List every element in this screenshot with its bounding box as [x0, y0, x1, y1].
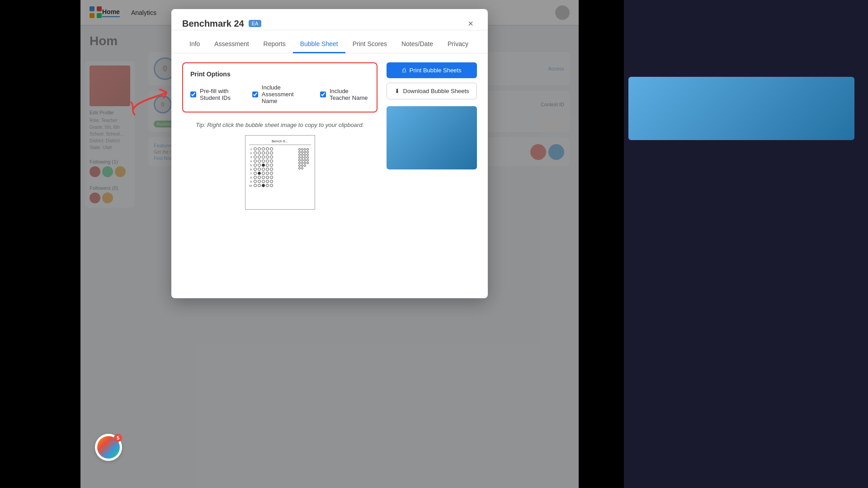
bubble-sheet-header: Bench 6...: [249, 139, 311, 145]
bubble-sheet-preview[interactable]: Bench 6... 1.: [182, 135, 377, 210]
id-row-1: [298, 148, 311, 150]
bubble-sheet-content: 1. 2.: [249, 147, 311, 188]
checkbox-assessment-name: Include Assessment Name: [252, 84, 309, 104]
assessment-name-label: Include Assessment Name: [262, 84, 309, 104]
modal-header: Benchmark 24 EA ×: [171, 9, 488, 30]
download-bubble-sheets-button[interactable]: ⬇ Download Bubble Sheets: [387, 83, 477, 99]
modal-close-button[interactable]: ×: [464, 17, 477, 30]
notif-inner-icon: 5: [97, 436, 120, 459]
prefill-label: Pre-fill with Student IDs: [200, 88, 241, 101]
prefill-checkbox[interactable]: [190, 91, 196, 98]
print-options-title: Print Options: [190, 70, 369, 78]
bubble-questions-col: 1. 2.: [249, 147, 297, 188]
tab-bubble-sheet[interactable]: Bubble Sheet: [293, 36, 345, 53]
bubble-id-grid: [298, 147, 311, 188]
tip-text: Tip: Right click the bubble sheet image …: [182, 122, 377, 128]
bubble-row-10: 10.: [249, 184, 297, 187]
checkbox-teacher-name: Include Teacher Name: [320, 88, 369, 101]
print-button-label: Print Bubble Sheets: [410, 67, 462, 74]
annotation-arrow: [123, 80, 182, 117]
tab-print-scores[interactable]: Print Scores: [345, 36, 394, 53]
bubble-row-1: 1.: [249, 147, 297, 150]
modal-left-content: Print Options Pre-fill with Student IDs …: [182, 62, 377, 210]
print-bubble-sheets-button[interactable]: ⎙ Print Bubble Sheets: [387, 62, 477, 78]
modal-title: Benchmark 24 EA: [182, 19, 261, 29]
bubble-row-4: 4.: [249, 160, 297, 163]
teacher-name-checkbox[interactable]: [320, 91, 326, 98]
bubble-row-7: 7.: [249, 172, 297, 175]
bubble-row-9: 9.: [249, 180, 297, 183]
tab-assessment[interactable]: Assessment: [207, 36, 256, 53]
tab-reports[interactable]: Reports: [256, 36, 293, 53]
tab-notes-date[interactable]: Notes/Date: [394, 36, 440, 53]
printer-icon: ⎙: [402, 67, 406, 74]
assessment-name-checkbox[interactable]: [252, 91, 258, 98]
print-options-container: Print Options Pre-fill with Student IDs …: [182, 62, 377, 113]
benchmark-modal: Benchmark 24 EA × Info Assessment Report…: [171, 9, 488, 298]
bubble-sheet-image[interactable]: Bench 6... 1.: [245, 135, 315, 210]
download-icon: ⬇: [395, 88, 400, 94]
modal-body: Print Options Pre-fill with Student IDs …: [171, 53, 488, 219]
modal-overlay: Benchmark 24 EA × Info Assessment Report…: [80, 0, 579, 488]
bubble-row-3: 3.: [249, 155, 297, 159]
checkbox-prefill: Pre-fill with Student IDs: [190, 88, 241, 101]
notification-count: 5: [114, 434, 122, 442]
tab-info[interactable]: Info: [182, 36, 207, 53]
tab-privacy[interactable]: Privacy: [440, 36, 476, 53]
print-options-box: Print Options Pre-fill with Student IDs …: [182, 62, 377, 113]
modal-tabs: Info Assessment Reports Bubble Sheet Pri…: [171, 36, 488, 53]
right-image: [628, 77, 854, 140]
modal-side-decorative-image: [387, 106, 477, 169]
right-panel: [624, 0, 868, 488]
notification-badge[interactable]: 5: [95, 434, 122, 461]
bubble-row-8: 8.: [249, 176, 297, 179]
modal-right-panel: ⎙ Print Bubble Sheets ⬇ Download Bubble …: [387, 62, 477, 210]
print-options-row: Pre-fill with Student IDs Include Assess…: [190, 84, 369, 104]
modal-title-text: Benchmark 24: [182, 19, 244, 29]
modal-badge: EA: [249, 20, 262, 27]
teacher-name-label: Include Teacher Name: [330, 88, 369, 101]
bubble-row-6: 6.: [249, 168, 297, 171]
bubble-row-5: 5.: [249, 164, 297, 167]
download-button-label: Download Bubble Sheets: [403, 88, 469, 94]
bubble-row-2: 2.: [249, 151, 297, 155]
